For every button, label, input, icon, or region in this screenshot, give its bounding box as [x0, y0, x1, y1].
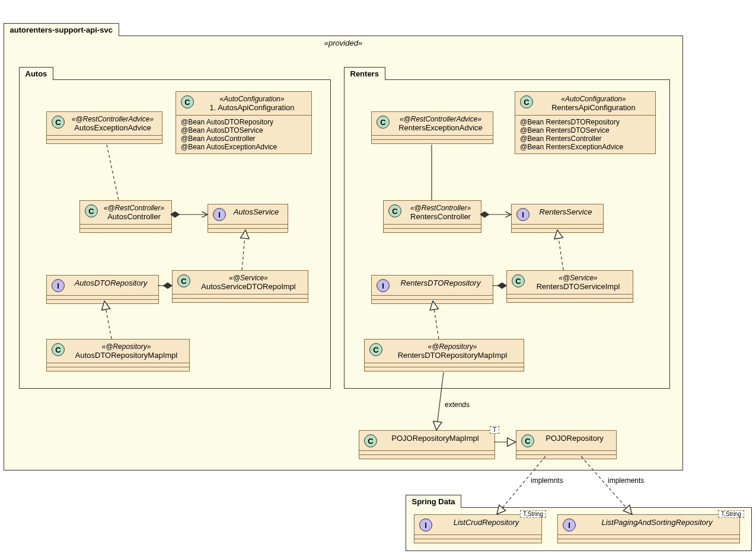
- class-icon: C: [377, 116, 390, 129]
- interface-icon: I: [377, 279, 390, 292]
- interface-renters-dto-repository: I RentersDTORepository: [371, 275, 493, 304]
- class-renters-controller: C «@RestController» RentersController: [383, 200, 481, 233]
- interface-autos-service: I AutosService: [208, 204, 288, 233]
- class-icon: C: [52, 343, 65, 356]
- name: 1. AutosApiConfiguration: [209, 103, 294, 112]
- stereo: «@Repository»: [386, 342, 519, 351]
- class-icon: C: [181, 95, 194, 108]
- class-renters-api-configuration: C «AutoConfiguration» RentersApiConfigur…: [515, 91, 656, 154]
- interface-icon: I: [213, 208, 226, 221]
- interface-autos-dto-repository: I AutosDTORepository: [46, 275, 159, 304]
- package-tab-spring-data: Spring Data: [406, 495, 462, 508]
- template-param: T,String: [520, 510, 546, 518]
- stereo: «@RestController»: [405, 204, 476, 212]
- name: POJORepositoryMapImpl: [391, 434, 479, 443]
- name: AutosDTORepositoryMapImpl: [75, 351, 177, 360]
- interface-icon: I: [563, 518, 576, 532]
- stereo: «@Service»: [528, 274, 628, 282]
- class-icon: C: [512, 274, 525, 287]
- name: RentersExceptionAdvice: [398, 123, 483, 132]
- interface-icon: I: [52, 279, 65, 292]
- name: ListCrudRepository: [454, 518, 519, 527]
- class-icon: C: [520, 95, 533, 108]
- name: RentersController: [410, 212, 471, 221]
- class-renters-dto-service-impl: C «@Service» RentersDTOServiceImpl: [506, 270, 633, 303]
- name: ListPagingAndSortingRepository: [601, 518, 712, 527]
- stereo: «@RestControllerAdvice»: [68, 115, 157, 123]
- label-extends: extends: [445, 401, 470, 409]
- class-pojo-repository-map-impl: C POJORepositoryMapImpl T: [359, 430, 495, 459]
- class-autos-dto-repository-map-impl: C «@Repository» AutosDTORepositoryMapImp…: [46, 339, 190, 372]
- template-param: T,String: [718, 510, 744, 518]
- label-implemnts: implemnts: [531, 476, 563, 485]
- template-param: T: [490, 426, 499, 434]
- bean: @Bean AutosController: [181, 135, 307, 143]
- bean: @Bean RentersDTORepository: [520, 118, 650, 126]
- class-autos-service-dto-repo-impl: C «@Service» AutosServiceDTORepoImpl: [172, 270, 308, 303]
- name: RentersService: [540, 207, 592, 216]
- class-autos-controller: C «@RestController» AutosController: [79, 200, 172, 233]
- package-stereo-provided: «provided»: [4, 36, 682, 50]
- package-tab-renters: Renters: [344, 67, 385, 80]
- class-icon: C: [177, 274, 190, 287]
- class-icon: C: [364, 434, 377, 447]
- name: AutosService: [234, 207, 279, 216]
- interface-icon: I: [419, 518, 432, 532]
- label-implements: implements: [608, 476, 644, 485]
- class-renters-exception-advice: C «@RestControllerAdvice» RentersExcepti…: [371, 111, 493, 144]
- name: RentersDTORepositoryMapImpl: [398, 351, 508, 360]
- bean: @Bean RentersDTOService: [520, 126, 650, 135]
- stereo: «@Service»: [194, 274, 303, 282]
- interface-list-paging-repository: I ListPagingAndSortingRepository T,Strin…: [557, 514, 740, 543]
- interface-icon: I: [516, 208, 529, 221]
- stereo: «@Repository»: [68, 342, 184, 351]
- bean: @Bean AutosDTOService: [181, 126, 307, 135]
- class-icon: C: [52, 116, 65, 129]
- interface-renters-service: I RentersService: [511, 204, 604, 233]
- interface-list-crud-repository: I ListCrudRepository T,String: [414, 514, 542, 543]
- class-autos-api-configuration: C «AutoConfiguration» 1. AutosApiConfigu…: [176, 91, 312, 154]
- bean: @Bean RentersController: [520, 135, 650, 143]
- bean: @Bean RentersExceptionAdvice: [520, 143, 650, 151]
- class-icon: C: [369, 343, 382, 356]
- stereo: «AutoConfiguration»: [197, 95, 307, 103]
- stereo: «@RestController»: [101, 204, 167, 212]
- name: AutosDTORepository: [75, 278, 148, 287]
- name: RentersApiConfiguration: [551, 103, 636, 112]
- stereo: «AutoConfiguration»: [537, 95, 650, 103]
- stereo: «@RestControllerAdvice»: [393, 115, 488, 123]
- class-autos-exception-advice: C «@RestControllerAdvice» AutosException…: [46, 111, 162, 144]
- name: AutosServiceDTORepoImpl: [201, 282, 295, 291]
- package-tab-autos: Autos: [19, 67, 54, 80]
- class-pojo-repository: C POJORepository: [516, 430, 617, 459]
- bean: @Bean AutosExceptionAdvice: [181, 143, 307, 151]
- class-icon: C: [85, 204, 98, 217]
- bean: @Bean AutosDTORepository: [181, 118, 307, 126]
- class-icon: C: [521, 434, 534, 447]
- name: AutosExceptionAdvice: [74, 123, 151, 132]
- name: AutosController: [107, 212, 161, 221]
- class-icon: C: [388, 204, 401, 217]
- name: POJORepository: [546, 434, 604, 443]
- class-renters-dto-repository-map-impl: C «@Repository» RentersDTORepositoryMapI…: [364, 339, 524, 372]
- name: RentersDTOServiceImpl: [537, 282, 620, 291]
- package-tab-autorenters: autorenters-support-api-svc: [4, 23, 119, 36]
- name: RentersDTORepository: [401, 278, 481, 287]
